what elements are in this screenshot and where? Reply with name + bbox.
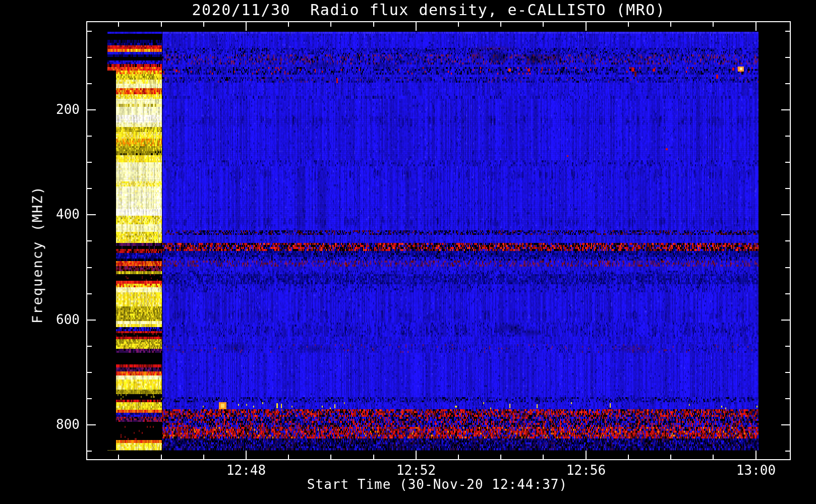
x-tick-label: 12:52	[396, 463, 436, 478]
x-tick-label: 12:48	[226, 463, 266, 478]
x-tick-label: 13:00	[736, 463, 776, 478]
x-tick-label: 12:56	[566, 463, 606, 478]
y-tick-label: 200	[23, 102, 80, 117]
y-tick-label: 800	[23, 417, 80, 432]
spectrogram-page: 2020/11/30 Radio flux density, e-CALLIST…	[0, 0, 816, 504]
y-tick-label: 400	[23, 207, 80, 222]
y-tick-label: 600	[23, 312, 80, 327]
x-axis-title: Start Time (30-Nov-20 12:44:37)	[307, 477, 567, 492]
spectrogram-canvas	[0, 0, 816, 504]
chart-title: 2020/11/30 Radio flux density, e-CALLIST…	[192, 1, 666, 19]
